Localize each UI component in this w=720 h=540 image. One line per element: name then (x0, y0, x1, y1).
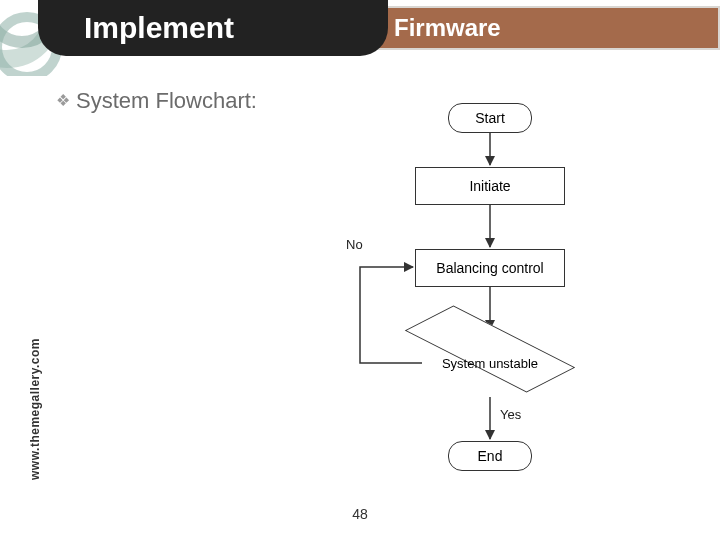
flowchart-node-decision: System unstable (420, 323, 560, 403)
flowchart-edge-label-yes: Yes (500, 407, 521, 422)
page-number: 48 (0, 506, 720, 522)
flowchart-node-initiate: Initiate (415, 167, 565, 205)
title-bar: Implement Firmware (38, 0, 720, 62)
title-right-text: Firmware (394, 14, 501, 42)
flowchart-node-balance: Balancing control (415, 249, 565, 287)
footer-url: www.themegallery.com (28, 338, 42, 480)
flowchart-node-end-label: End (478, 448, 503, 464)
title-left-pill: Implement (38, 0, 388, 56)
flowchart-node-start-label: Start (475, 110, 505, 126)
flowchart-edge-label-no: No (346, 237, 363, 252)
bullet-row: ❖ System Flowchart: (56, 88, 257, 114)
bullet-text: System Flowchart: (76, 88, 257, 114)
flowchart: Start Initiate Balancing control System … (310, 95, 670, 515)
diamond-bullet-icon: ❖ (56, 93, 70, 109)
title-left-text: Implement (84, 11, 234, 45)
flowchart-node-decision-label: System unstable (442, 356, 538, 371)
flowchart-node-balance-label: Balancing control (436, 260, 543, 276)
slide: Implement Firmware ❖ System Flowchart: (0, 0, 720, 540)
title-right-pill: Firmware (358, 6, 720, 50)
flowchart-node-initiate-label: Initiate (469, 178, 510, 194)
flowchart-node-start: Start (448, 103, 532, 133)
flowchart-node-end: End (448, 441, 532, 471)
